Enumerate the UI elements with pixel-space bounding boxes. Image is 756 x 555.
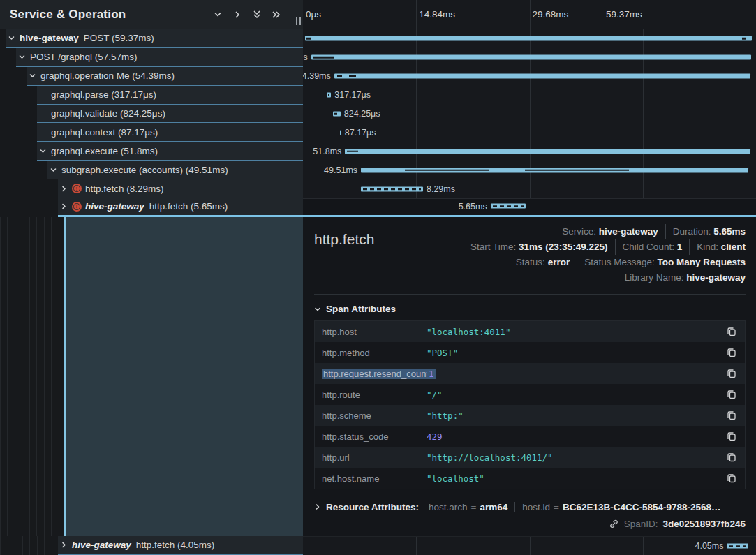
copy-icon[interactable] <box>724 429 739 444</box>
attribute-key: http.scheme <box>322 410 427 421</box>
span-duration-bar[interactable] <box>311 55 751 60</box>
span-duration-bar[interactable] <box>727 544 748 549</box>
span-meta: Service: hive-gatewayDuration: 5.65msSta… <box>464 224 746 286</box>
detail-meta-item: Child Count: 1 <box>615 239 690 255</box>
attribute-value: 1 <box>427 369 724 379</box>
tree-row[interactable]: hive-gateway POST (59.37ms) <box>0 29 303 48</box>
attribute-row[interactable]: http.route "/" <box>315 384 745 405</box>
meta-label: Status Message: <box>584 257 655 267</box>
row-expander-chevron-icon[interactable] <box>48 166 58 174</box>
detail-meta-item: Library Name: hive-gateway <box>618 270 746 286</box>
copy-icon[interactable] <box>724 387 739 402</box>
row-expander-chevron-icon[interactable] <box>38 128 47 136</box>
row-expander-chevron-icon[interactable] <box>27 72 37 80</box>
detail-meta-item: Service: hive-gateway <box>555 224 665 239</box>
tree-row[interactable]: graphql.context (87.17μs) <box>0 123 303 142</box>
tree-row[interactable]: graphql.parse (317.17μs) <box>0 86 303 105</box>
copy-icon[interactable] <box>724 345 739 360</box>
row-expander-chevron-icon[interactable] <box>6 34 16 42</box>
attribute-value: "POST" <box>427 348 724 358</box>
link-icon[interactable] <box>609 519 619 529</box>
timeline-rows: 59.37ms 57.57ms 54.39ms 317.17μs 824.25μ… <box>303 29 756 217</box>
span-duration-bar[interactable] <box>340 130 341 135</box>
timeline-panel: 0μs14.84ms29.68ms44.53ms59.37ms 59.37ms … <box>303 0 756 555</box>
span-duration-label: 8.29ms <box>427 184 455 194</box>
row-expander-chevron-icon[interactable] <box>38 91 47 98</box>
span-duration-bar[interactable] <box>345 149 750 154</box>
double-chevron-right-icon[interactable] <box>268 6 285 23</box>
tree-row[interactable]: ! http.fetch (8.29ms) <box>0 179 303 198</box>
attribute-value: "http:" <box>427 410 724 421</box>
copy-icon[interactable] <box>724 324 739 339</box>
span-id-label: SpanID: <box>624 519 658 529</box>
span-detail-panel: http.fetch Service: hive-gatewayDuration… <box>303 217 756 536</box>
timeline-row[interactable]: 54.39ms <box>303 67 756 86</box>
copy-icon[interactable] <box>724 471 739 486</box>
tree-panel-header: Service & Operation <box>0 0 303 29</box>
attribute-key: http.url <box>322 452 427 463</box>
row-expander-chevron-icon[interactable] <box>59 541 68 549</box>
timeline-row[interactable]: 51.8ms <box>303 142 756 161</box>
attribute-row[interactable]: http.host "localhost:4011" <box>315 321 745 342</box>
tree-row[interactable]: graphql.operation Me (54.39ms) <box>0 67 303 86</box>
span-attributes-header[interactable]: Span Attributes <box>314 304 746 314</box>
detail-meta-item: Start Time: 31ms (23:35:49.225) <box>464 239 615 255</box>
attribute-key: http.status_code <box>322 431 427 442</box>
copy-icon[interactable] <box>724 408 739 423</box>
span-duration-bar[interactable] <box>361 186 423 191</box>
attribute-key: http.route <box>322 390 427 400</box>
tree-row[interactable]: POST /graphql (57.57ms) <box>0 48 303 67</box>
timeline-row[interactable]: 824.25μs <box>303 105 756 124</box>
meta-label: Status: <box>516 257 545 267</box>
row-expander-chevron-icon[interactable] <box>38 110 47 117</box>
timeline-row[interactable]: 4.05ms <box>303 537 756 555</box>
meta-value: client <box>721 242 746 252</box>
attribute-key: http.method <box>322 348 427 358</box>
row-expander-chevron-icon[interactable] <box>17 53 27 61</box>
timeline-row[interactable]: 87.17μs <box>303 123 756 142</box>
attribute-row[interactable]: http.url "http://localhost:4011/" <box>315 447 745 468</box>
span-duration-bar[interactable] <box>305 36 752 41</box>
span-service-name: hive-gateway <box>20 33 79 43</box>
span-attributes-table: http.host "localhost:4011" http.method "… <box>314 320 746 489</box>
indent-guides <box>0 217 64 536</box>
tree-row[interactable]: subgraph.execute (accounts) (49.51ms) <box>0 161 303 179</box>
attribute-row[interactable]: http.scheme "http:" <box>315 405 745 426</box>
panel-resize-handle[interactable] <box>296 17 301 25</box>
row-expander-chevron-icon[interactable] <box>59 202 68 210</box>
attribute-row[interactable]: http.request.resend_count 1 <box>315 363 745 384</box>
attribute-row[interactable]: http.status_code 429 <box>315 426 745 447</box>
span-service-name: hive-gateway <box>85 201 144 212</box>
meta-label: Library Name: <box>625 272 684 283</box>
span-duration-label: 51.8ms <box>313 147 341 156</box>
copy-icon[interactable] <box>724 450 739 465</box>
timeline-row[interactable]: 5.65ms <box>303 198 756 217</box>
meta-value: hive-gateway <box>599 226 658 237</box>
span-id-row: SpanID: 3de02518937fb246 <box>314 519 746 529</box>
chevron-right-icon[interactable] <box>229 6 246 23</box>
copy-icon[interactable] <box>724 366 739 381</box>
span-duration-bar[interactable] <box>491 204 526 209</box>
resource-attributes-row[interactable]: Resource Attributes: host.arch=arm64host… <box>314 497 746 517</box>
chevron-down-icon <box>314 306 321 313</box>
timeline-row[interactable]: 59.37ms <box>303 29 756 48</box>
timeline-row[interactable]: 317.17μs <box>303 86 756 105</box>
span-name-duration: POST (59.37ms) <box>84 33 154 43</box>
attribute-key: http.host <box>322 327 427 337</box>
span-duration-bar[interactable] <box>334 74 750 79</box>
tree-row[interactable]: graphql.validate (824.25μs) <box>0 105 303 124</box>
chevron-down-icon[interactable] <box>209 6 226 23</box>
tree-row[interactable]: hive-gateway http.fetch (4.05ms) <box>0 536 303 555</box>
row-expander-chevron-icon[interactable] <box>59 185 68 193</box>
attribute-row[interactable]: net.host.name "localhost" <box>315 468 745 489</box>
tree-row[interactable]: graphql.execute (51.8ms) <box>0 142 303 161</box>
row-expander-chevron-icon[interactable] <box>38 147 47 155</box>
detail-meta-item: Kind: client <box>689 239 746 255</box>
timeline-row[interactable]: 57.57ms <box>303 48 756 67</box>
double-chevron-down-icon[interactable] <box>249 6 265 23</box>
timeline-row[interactable]: 8.29ms <box>303 179 756 198</box>
timeline-row[interactable]: 49.51ms <box>303 161 756 179</box>
attribute-row[interactable]: http.method "POST" <box>315 342 745 363</box>
detail-meta-item: Duration: 5.65ms <box>665 224 746 239</box>
tree-row[interactable]: ! hive-gateway http.fetch (5.65ms) <box>0 198 303 217</box>
